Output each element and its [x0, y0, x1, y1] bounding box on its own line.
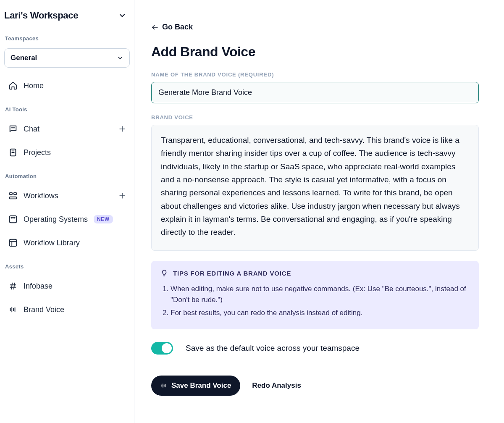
sidebar-item-chat[interactable]: Chat: [4, 119, 118, 139]
chat-icon: [8, 124, 18, 134]
voice-bars-icon: [160, 382, 167, 389]
sidebar-item-label: Workflow Library: [24, 239, 80, 247]
section-label-ai-tools: AI Tools: [4, 106, 130, 113]
sidebar-item-label: Home: [24, 81, 44, 90]
lightbulb-icon: [160, 269, 168, 277]
operating-systems-icon: [8, 215, 18, 224]
tip-item: For best results, you can redo the analy…: [171, 307, 470, 318]
projects-icon: [8, 148, 18, 157]
svg-rect-15: [10, 239, 17, 247]
toggle-knob: [162, 343, 172, 353]
page-title: Add Brand Voice: [151, 44, 479, 60]
sidebar-item-projects[interactable]: Projects: [4, 143, 130, 162]
sidebar-item-label: Chat: [24, 125, 39, 134]
svg-point-12: [11, 217, 12, 218]
svg-rect-6: [10, 193, 12, 195]
name-field-label: NAME OF THE BRAND VOICE (REQUIRED): [151, 71, 479, 78]
sidebar-item-infobase[interactable]: Infobase: [4, 276, 130, 296]
workspace-title: Lari's Workspace: [4, 10, 78, 21]
brand-voice-textarea[interactable]: [151, 125, 479, 251]
chevron-down-icon: [117, 55, 123, 61]
action-buttons: Save Brand Voice Redo Analysis: [151, 376, 479, 396]
default-voice-toggle-label: Save as the default voice across your te…: [186, 344, 360, 353]
svg-point-14: [14, 217, 15, 218]
library-icon: [8, 238, 18, 247]
new-badge: NEW: [94, 215, 113, 223]
sidebar-item-label: Workflows: [24, 192, 58, 200]
default-voice-toggle[interactable]: [151, 342, 173, 355]
sidebar-item-workflow-library[interactable]: Workflow Library: [4, 233, 130, 252]
sidebar: Lari's Workspace Teamspaces General Home…: [0, 0, 134, 423]
hash-icon: [8, 281, 18, 291]
svg-line-20: [11, 283, 12, 289]
svg-rect-11: [10, 216, 17, 223]
section-label-automation: Automation: [4, 173, 130, 179]
tips-header: TIPS FOR EDITING A BRAND VOICE: [160, 269, 470, 277]
arrow-left-icon: [151, 24, 159, 31]
tip-item: When editing, make sure not to use negat…: [171, 284, 470, 306]
save-button-label: Save Brand Voice: [171, 381, 231, 390]
sidebar-item-label: Brand Voice: [24, 305, 64, 314]
brand-voice-name-input[interactable]: [151, 82, 479, 103]
section-label-assets: Assets: [4, 263, 130, 270]
sidebar-item-workflows[interactable]: Workflows: [4, 186, 118, 205]
voice-bars-icon: [8, 305, 18, 314]
workflows-icon: [8, 191, 18, 200]
sidebar-item-operating-systems[interactable]: Operating Systems NEW: [4, 210, 130, 229]
workspace-switcher[interactable]: Lari's Workspace: [4, 10, 130, 24]
svg-point-13: [13, 217, 13, 218]
teamspace-select[interactable]: General: [4, 48, 130, 68]
sidebar-item-label: Infobase: [24, 282, 52, 291]
teamspace-selected: General: [10, 54, 37, 62]
tips-title: TIPS FOR EDITING A BRAND VOICE: [173, 270, 291, 277]
sidebar-item-home[interactable]: Home: [4, 76, 130, 95]
add-chat-button[interactable]: [118, 125, 130, 133]
tips-card: TIPS FOR EDITING A BRAND VOICE When edit…: [151, 261, 479, 329]
save-brand-voice-button[interactable]: Save Brand Voice: [151, 376, 240, 396]
redo-analysis-button[interactable]: Redo Analysis: [252, 381, 301, 390]
chevron-down-icon: [118, 11, 126, 20]
sidebar-item-label: Projects: [24, 148, 51, 157]
sidebar-item-brand-voice[interactable]: Brand Voice: [4, 300, 130, 319]
voice-field-label: BRAND VOICE: [151, 114, 479, 121]
svg-rect-7: [14, 193, 16, 195]
svg-rect-8: [10, 197, 17, 199]
go-back-button[interactable]: Go Back: [151, 23, 193, 32]
section-label-teamspaces: Teamspaces: [4, 35, 130, 42]
home-icon: [8, 81, 18, 90]
add-workflow-button[interactable]: [118, 192, 130, 200]
default-voice-toggle-row: Save as the default voice across your te…: [151, 342, 479, 355]
redo-button-label: Redo Analysis: [252, 381, 301, 389]
svg-line-21: [14, 283, 15, 289]
main-content: Go Back Add Brand Voice NAME OF THE BRAN…: [134, 0, 504, 423]
sidebar-item-label: Operating Systems: [24, 215, 88, 224]
go-back-label: Go Back: [162, 23, 193, 32]
tips-list: When editing, make sure not to use negat…: [160, 284, 470, 318]
